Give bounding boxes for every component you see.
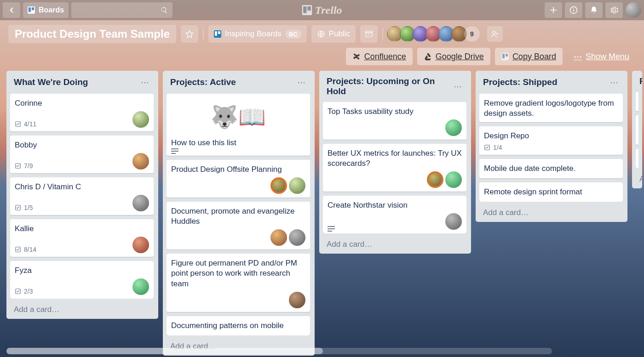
card-title: Figure out permanent PD and/or PM point … — [171, 258, 305, 289]
card[interactable]: 🐺📖 How to use this list — [167, 94, 310, 156]
card[interactable]: Remote design sprint format — [479, 182, 623, 202]
list-title[interactable]: Projects: Active — [170, 77, 236, 87]
card-member-avatar[interactable] — [132, 195, 149, 211]
plus-icon — [549, 6, 558, 14]
search-box[interactable] — [71, 2, 172, 18]
card[interactable]: Better UX metrics for launches: Try UX s… — [323, 144, 466, 192]
arrow-left-icon — [7, 6, 16, 14]
card-member-avatar[interactable] — [289, 177, 305, 194]
team-button[interactable]: Inspiring Boards BC — [208, 25, 307, 43]
checklist-badge: 1/5 — [15, 204, 33, 211]
add-card-button[interactable]: Add a card… — [323, 237, 467, 249]
team-badge: BC — [285, 30, 301, 39]
board-canvas[interactable]: What We're Doing ⋯ Corinne 4/11 Bobby 7/… — [0, 69, 644, 356]
card[interactable]: Design Repo 1/4 — [479, 126, 623, 155]
copy-board-button[interactable]: Copy Board — [495, 48, 563, 65]
list-title[interactable]: Projects: Upcoming or On Hold — [327, 76, 452, 96]
list-menu-button[interactable]: ⋯ — [452, 80, 464, 92]
card-list: Remove gradient logos/logotype from desi… — [479, 94, 624, 202]
confluence-label: Confluence — [364, 52, 406, 62]
card-title: Mobile due date complete. — [484, 164, 618, 174]
card[interactable]: H — [636, 149, 638, 168]
gdrive-label: Google Drive — [436, 52, 484, 62]
boards-button[interactable]: Boards — [23, 2, 69, 18]
list-menu-button[interactable]: ⋯ — [139, 76, 151, 88]
card[interactable]: Top Tasks usability study — [323, 102, 466, 140]
confluence-icon — [352, 52, 361, 61]
card-member-avatar[interactable] — [132, 153, 149, 170]
list-menu-button[interactable]: ⋯ — [295, 76, 307, 88]
notifications-button[interactable] — [585, 2, 603, 18]
scrollbar-thumb[interactable] — [6, 348, 323, 354]
back-button[interactable] — [3, 2, 20, 18]
card[interactable]: Product Design Offsite Planning — [167, 160, 310, 198]
card-member-avatar[interactable] — [445, 171, 462, 188]
list-menu-button[interactable]: ⋯ — [608, 76, 620, 88]
person-plus-icon — [491, 30, 499, 38]
card[interactable]: Bobby 7/9 — [10, 136, 154, 173]
list-title[interactable]: Projects: Shipped — [483, 77, 558, 87]
card[interactable]: Document, promote and evangelize Huddles — [167, 202, 310, 249]
svg-rect-8 — [365, 31, 372, 33]
card-member-avatar[interactable] — [270, 177, 287, 194]
list-title[interactable]: What We're Doing — [14, 77, 88, 87]
card[interactable]: Create Northstar vision — [323, 196, 466, 233]
bell-icon — [590, 6, 598, 14]
search-input[interactable] — [76, 7, 161, 14]
card[interactable]: Remove gradient logos/logotype from desi… — [479, 94, 623, 122]
card-member-avatar[interactable] — [445, 119, 462, 136]
card-title: How to use this list — [171, 138, 305, 148]
card[interactable]: Corinne 4/11 — [10, 94, 154, 131]
card-member-avatar[interactable] — [427, 171, 443, 188]
show-menu-button[interactable]: ⋯ Show Menu — [567, 48, 636, 65]
svg-rect-4 — [573, 10, 574, 12]
card-title: Kallie — [15, 224, 149, 234]
card-member-avatar[interactable] — [445, 213, 462, 230]
card-list: Corinne 4/11 Bobby 7/9 Chris D / Vitamin… — [10, 94, 155, 299]
profile-avatar[interactable] — [626, 2, 641, 18]
card[interactable]: Fyza 2/3 — [10, 261, 154, 299]
confluence-button[interactable]: Confluence — [346, 48, 413, 65]
card[interactable]: S — [636, 115, 638, 145]
card[interactable]: Documenting patterns on mobile — [167, 316, 310, 335]
star-board-button[interactable] — [181, 25, 198, 43]
add-card-button[interactable]: Add a card… — [479, 205, 624, 217]
card[interactable]: Kallie 8/14 — [10, 219, 154, 257]
card-member-avatar[interactable] — [289, 229, 305, 246]
gdrive-button[interactable]: Google Drive — [417, 48, 490, 65]
card[interactable]: Chris D / Vitamin C 1/5 — [10, 177, 154, 215]
horizontal-scrollbar[interactable] — [6, 348, 552, 354]
add-member-button[interactable] — [487, 26, 503, 42]
svg-rect-9 — [368, 34, 370, 34]
card[interactable]: S — [636, 92, 638, 111]
trello-logo[interactable]: Trello — [302, 4, 342, 17]
board-icon — [501, 53, 509, 60]
list-what-were-doing: What We're Doing ⋯ Corinne 4/11 Bobby 7/… — [6, 71, 158, 319]
card[interactable]: Figure out permanent PD and/or PM point … — [167, 254, 310, 312]
gdrive-icon — [424, 52, 432, 61]
board-title[interactable]: Product Design Team Sample — [8, 25, 176, 43]
list-title[interactable]: R — [639, 76, 642, 86]
member-overflow-count[interactable]: 9 — [464, 26, 480, 42]
description-badge — [171, 151, 305, 152]
add-card-button[interactable]: Add a card… — [10, 302, 155, 314]
card-title: Bobby — [15, 140, 149, 150]
card-member-avatar[interactable] — [289, 292, 305, 308]
visibility-button[interactable]: Public — [311, 25, 356, 43]
description-icon — [328, 228, 335, 230]
create-button[interactable] — [545, 2, 562, 18]
card-title: Better UX metrics for launches: Try UX s… — [328, 148, 462, 169]
settings-button[interactable] — [605, 2, 623, 18]
info-button[interactable] — [565, 2, 582, 18]
add-card-button[interactable]: A — [636, 172, 642, 184]
team-label: Inspiring Boards — [225, 29, 282, 39]
boards-label: Boards — [39, 6, 64, 14]
archive-button[interactable] — [360, 25, 378, 43]
card-title: Design Repo — [484, 131, 618, 141]
trello-wordmark: Trello — [315, 4, 342, 17]
card-member-avatar[interactable] — [132, 278, 149, 295]
card-member-avatar[interactable] — [132, 237, 149, 253]
card-member-avatar[interactable] — [270, 229, 287, 246]
card[interactable]: Mobile due date complete. — [479, 159, 623, 178]
card-member-avatar[interactable] — [132, 111, 149, 128]
